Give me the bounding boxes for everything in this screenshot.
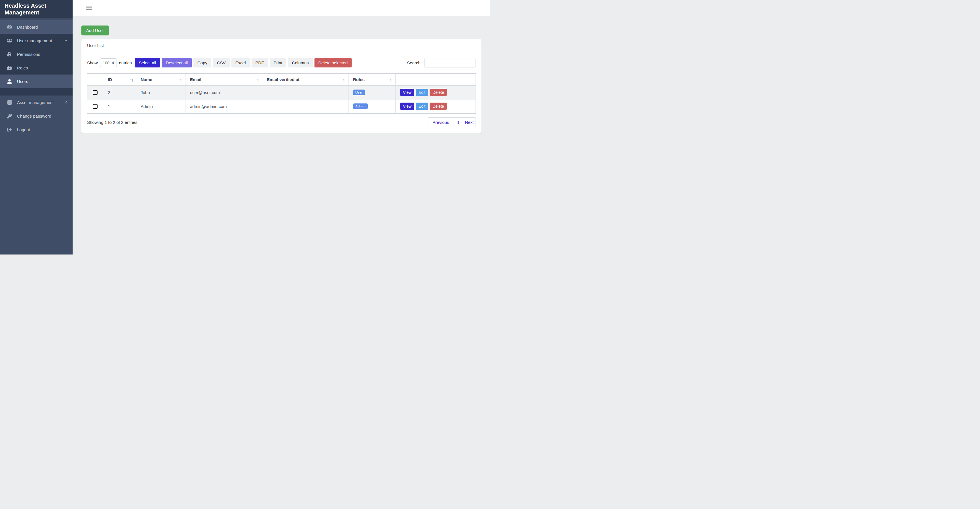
sort-icon: ↑↓ [179,77,182,82]
delete-selected-button[interactable]: Delete selected [315,58,352,67]
sidebar-item-label: Permissions [17,52,40,57]
sidebar-item-logout[interactable]: Logout [0,123,73,136]
chevron-left-icon [65,101,67,104]
pagination: Previous 1 Next [428,117,476,127]
columns-button[interactable]: Columns [288,58,312,67]
excel-button[interactable]: Excel [231,58,250,67]
cell-name: Admin [136,100,185,114]
table-row: 1 Admin admin@admin.com Admin ViewEditDe… [88,100,476,114]
pdf-button[interactable]: PDF [251,58,268,67]
sort-icon: ↑↓ [389,77,393,82]
brand: Headless Asset Management [0,0,73,18]
cell-id: 2 [103,86,136,100]
page-content: Add User User List Show 100 entries Sele… [73,16,490,133]
sidebar-nav: Dashboard User management Permissions [0,18,73,136]
print-button[interactable]: Print [270,58,286,67]
table-footer: Showing 1 to 2 of 2 entries Previous 1 N… [87,117,476,127]
header-actions-column [396,73,476,86]
pagination-next[interactable]: Next [463,117,476,127]
table-row: 2 John user@user.com User ViewEditDelete [88,86,476,100]
cell-email: user@user.com [185,86,262,100]
view-button[interactable]: View [400,103,414,110]
book-icon [6,100,13,105]
main-area: Add User User List Show 100 entries Sele… [73,0,490,255]
sidebar-item-roles[interactable]: Roles [0,61,73,75]
entries-label: entries [119,60,132,65]
role-badge: Admin [353,103,368,109]
copy-button[interactable]: Copy [193,58,211,67]
table-info: Showing 1 to 2 of 2 entries [87,120,138,125]
view-button[interactable]: View [400,89,414,96]
select-caret-icon [112,61,115,65]
deselect-all-button[interactable]: Deselect all [162,58,192,67]
delete-button[interactable]: Delete [430,103,447,110]
column-header-email[interactable]: Email ↑↓ [185,73,262,86]
sidebar: Headless Asset Management Dashboard User… [0,0,73,255]
sidebar-item-label: User management [17,38,52,43]
sidebar-item-dashboard[interactable]: Dashboard [0,20,73,34]
column-header-roles[interactable]: Roles ↑↓ [348,73,396,86]
cell-email-verified-at [262,86,348,100]
chevron-down-icon [64,39,67,42]
hamburger-menu-icon[interactable] [86,6,92,10]
user-table: ID ↑↓ Name ↑↓ Email ↑↓ [87,73,476,114]
edit-button[interactable]: Edit [416,103,428,110]
search-input[interactable] [424,58,476,67]
user-icon [6,79,13,84]
sidebar-item-user-management[interactable]: User management [0,34,73,48]
signout-icon [6,127,13,132]
table-controls: Show 100 entries Select all Deselect all… [87,58,476,67]
sort-icon: ↑↓ [130,77,133,82]
sort-icon: ↑↓ [342,77,345,82]
page-length-value: 100 [103,61,110,65]
sidebar-item-change-password[interactable]: Change password [0,109,73,123]
top-navbar [73,0,490,16]
briefcase-icon [6,65,13,70]
card-title: User List [81,39,482,52]
edit-button[interactable]: Edit [416,89,428,96]
sidebar-item-label: Dashboard [17,25,38,30]
sidebar-item-label: Roles [17,65,28,70]
add-user-button[interactable]: Add User [81,25,109,35]
unlock-icon [6,52,13,56]
search-area: Search: [407,58,476,67]
sidebar-item-label: Logout [17,127,30,132]
app-title: Headless Asset Management [5,3,63,16]
tachometer-icon [6,25,13,29]
row-checkbox[interactable] [93,90,97,95]
user-table-wrap: ID ↑↓ Name ↑↓ Email ↑↓ [87,73,476,114]
sidebar-item-label: Users [17,79,28,84]
select-all-button[interactable]: Select all [135,58,160,67]
header-checkbox-column [88,73,103,86]
table-header-row: ID ↑↓ Name ↑↓ Email ↑↓ [88,73,476,86]
users-icon [6,38,13,43]
cell-id: 1 [103,100,136,114]
sidebar-item-label: Change password [17,114,51,119]
sort-icon: ↑↓ [256,77,259,82]
card-body: Show 100 entries Select all Deselect all… [81,52,482,133]
column-header-name[interactable]: Name ↑↓ [136,73,185,86]
pagination-previous[interactable]: Previous [428,117,454,127]
column-header-email-verified-at[interactable]: Email verified at ↑↓ [262,73,348,86]
sidebar-group-user-management: User management Permissions Roles [0,34,73,95]
row-checkbox[interactable] [93,104,97,109]
delete-button[interactable]: Delete [430,89,447,96]
sidebar-item-asset-management[interactable]: Asset management [0,95,73,109]
column-header-id[interactable]: ID ↑↓ [103,73,136,86]
cell-email-verified-at [262,100,348,114]
sidebar-item-label: Asset management [17,100,54,105]
user-list-card: User List Show 100 entries Select all De… [81,39,482,133]
cell-name: John [136,86,185,100]
sidebar-item-users[interactable]: Users [0,75,73,88]
dt-buttons: Select all Deselect all Copy CSV Excel P… [135,58,353,67]
key-icon [6,114,13,119]
role-badge: User [353,90,365,95]
csv-button[interactable]: CSV [213,58,230,67]
show-label: Show [87,60,98,65]
pagination-page-1[interactable]: 1 [454,117,463,127]
sidebar-item-permissions[interactable]: Permissions [0,48,73,61]
search-label: Search: [407,60,422,65]
cell-email: admin@admin.com [185,100,262,114]
page-length-select[interactable]: 100 [100,59,117,67]
